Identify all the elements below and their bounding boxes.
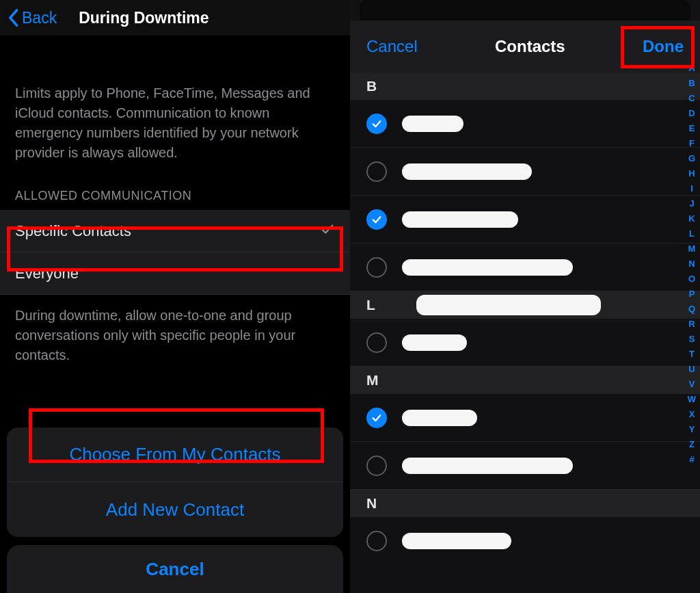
index-letter[interactable]: K — [688, 212, 695, 226]
contact-row[interactable] — [350, 319, 700, 367]
index-letter[interactable]: O — [688, 272, 695, 286]
redacted-name — [402, 334, 467, 351]
contact-row[interactable] — [350, 442, 700, 490]
screenshot-container: Back During Downtime Limits apply to Pho… — [0, 0, 700, 593]
index-letter[interactable]: Q — [688, 302, 695, 316]
alphabet-index[interactable]: ABCDEFGHIJKLMNOPQRSTUVWXYZ# — [685, 62, 699, 466]
settings-pane: Back During Downtime Limits apply to Pho… — [0, 0, 350, 593]
cancel-button[interactable]: Cancel — [366, 37, 418, 56]
index-letter[interactable]: A — [688, 62, 695, 75]
contacts-section-header: M — [350, 367, 700, 394]
checkmark-icon — [320, 222, 335, 241]
section-header: ALLOWED COMMUNICATION — [0, 163, 350, 210]
description-text: Limits apply to Phone, FaceTime, Message… — [0, 36, 350, 163]
back-button[interactable]: Back — [7, 8, 57, 27]
redacted-name — [402, 458, 573, 474]
index-letter[interactable]: M — [688, 242, 696, 256]
contacts-title: Contacts — [495, 37, 565, 56]
index-letter[interactable]: C — [688, 92, 695, 105]
action-sheet: Choose From My Contacts Add New Contact … — [0, 427, 350, 593]
checkbox-unchecked-icon[interactable] — [366, 257, 387, 278]
index-letter[interactable]: J — [689, 197, 694, 211]
contacts-section-header: B — [350, 73, 700, 100]
option-specific-contacts[interactable]: Specific Contacts — [0, 210, 350, 252]
index-letter[interactable]: S — [689, 332, 695, 346]
index-letter[interactable]: B — [688, 77, 695, 90]
contacts-list[interactable]: BLMN — [350, 73, 700, 593]
checkbox-checked-icon[interactable] — [366, 114, 387, 134]
footer-text: During downtime, allow one-to-one and gr… — [0, 295, 350, 365]
index-letter[interactable]: X — [689, 408, 695, 421]
redacted-name — [402, 163, 532, 180]
page-title: During Downtime — [79, 9, 208, 27]
index-letter[interactable]: N — [688, 257, 695, 271]
index-letter[interactable]: Y — [689, 423, 695, 436]
index-letter[interactable]: U — [688, 363, 695, 376]
contact-row[interactable] — [350, 196, 700, 243]
redacted-name — [402, 259, 573, 276]
index-letter[interactable]: P — [689, 287, 695, 301]
redacted-name — [416, 295, 601, 315]
redacted-name — [402, 533, 511, 549]
index-letter[interactable]: F — [689, 137, 695, 150]
index-letter[interactable]: R — [688, 317, 695, 331]
option-label: Specific Contacts — [15, 222, 131, 240]
sheet-cancel-button[interactable]: Cancel — [7, 545, 343, 593]
index-letter[interactable]: # — [689, 453, 694, 466]
sheet-stack-indicator — [360, 0, 690, 21]
back-label: Back — [22, 9, 57, 27]
done-button[interactable]: Done — [643, 37, 684, 56]
contacts-section-header: N — [350, 490, 700, 517]
sheet-cancel-label: Cancel — [146, 559, 204, 580]
contacts-picker-pane: Cancel Contacts Done BLMN ABCDEFGHIJKLMN… — [350, 0, 700, 593]
contact-row[interactable] — [350, 517, 700, 565]
contacts-section-header: L — [350, 291, 700, 319]
index-letter[interactable]: T — [689, 347, 695, 361]
index-letter[interactable]: W — [688, 393, 696, 406]
redacted-name — [402, 410, 477, 426]
contacts-nav-bar: Cancel Contacts Done — [350, 21, 700, 73]
checkbox-unchecked-icon[interactable] — [366, 456, 387, 476]
redacted-name — [402, 116, 463, 132]
choose-from-contacts-button[interactable]: Choose From My Contacts — [7, 427, 343, 482]
index-letter[interactable]: D — [688, 107, 695, 120]
add-new-contact-button[interactable]: Add New Contact — [7, 482, 343, 537]
checkbox-unchecked-icon[interactable] — [366, 161, 387, 182]
index-letter[interactable]: G — [688, 152, 695, 166]
redacted-name — [402, 211, 518, 228]
sheet-item-label: Choose From My Contacts — [69, 444, 280, 465]
index-letter[interactable]: H — [688, 167, 695, 181]
checkbox-checked-icon[interactable] — [366, 408, 387, 428]
contact-row[interactable] — [350, 100, 700, 148]
checkbox-checked-icon[interactable] — [366, 209, 387, 230]
nav-bar: Back During Downtime — [0, 0, 350, 36]
chevron-left-icon — [7, 8, 19, 27]
option-everyone[interactable]: Everyone — [0, 252, 350, 295]
index-letter[interactable]: Z — [689, 438, 695, 451]
index-letter[interactable]: V — [689, 378, 695, 391]
sheet-item-label: Add New Contact — [106, 499, 244, 520]
checkbox-unchecked-icon[interactable] — [366, 332, 387, 353]
contact-row[interactable] — [350, 394, 700, 442]
contact-row[interactable] — [350, 148, 700, 196]
index-letter[interactable]: I — [690, 182, 693, 196]
checkbox-unchecked-icon[interactable] — [366, 531, 387, 551]
contact-row[interactable] — [350, 243, 700, 291]
index-letter[interactable]: E — [689, 122, 695, 135]
index-letter[interactable]: L — [689, 227, 695, 241]
action-sheet-group: Choose From My Contacts Add New Contact — [7, 427, 343, 537]
option-label: Everyone — [15, 265, 79, 282]
